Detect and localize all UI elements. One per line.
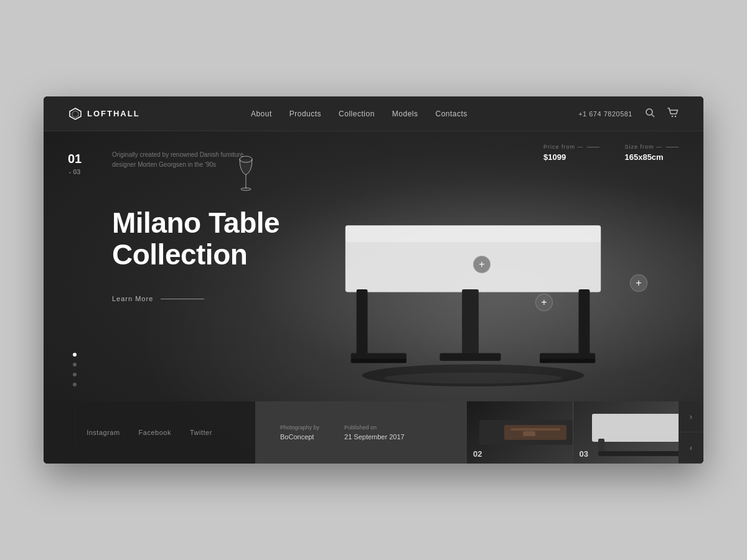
main-area: Price from — $1099 Size from — 165x85cm … (44, 131, 703, 464)
social-facebook[interactable]: Facebook (139, 429, 171, 436)
published-label: Published on (344, 424, 405, 431)
wine-glass-decoration (237, 150, 255, 196)
svg-rect-13 (351, 358, 406, 363)
svg-point-4 (672, 116, 673, 117)
size-value: 165x85cm (624, 152, 679, 162)
svg-rect-14 (579, 289, 590, 356)
nav-contacts[interactable]: Contacts (436, 110, 467, 118)
learn-more-line (161, 299, 204, 299)
learn-more-text: Learn More (112, 295, 153, 302)
dot-1[interactable] (73, 353, 77, 357)
nav-about[interactable]: About (251, 110, 272, 118)
size-label: Size from — (624, 144, 679, 150)
hotspot-right[interactable]: + (630, 274, 647, 292)
svg-rect-25 (592, 414, 679, 442)
photo-credit: Photography by BoConcept Published on 21… (255, 401, 467, 464)
svg-rect-18 (439, 353, 500, 361)
brand-name: LOFTHALL (87, 109, 140, 118)
nav-products[interactable]: Products (289, 110, 321, 118)
hotspot-bottom[interactable]: + (535, 294, 553, 311)
dot-4[interactable] (73, 383, 77, 386)
slide-counter: 01 - 03 (68, 150, 82, 177)
dot-navigation (73, 353, 77, 386)
hotspot-top[interactable]: + (473, 256, 491, 273)
svg-rect-28 (598, 451, 679, 456)
photography-label: Photography by (280, 424, 319, 431)
logo-area[interactable]: LOFTHALL (68, 107, 140, 121)
header-right: +1 674 7820581 (578, 108, 679, 119)
bottom-bar: Instagram Facebook Twitter Photography b… (44, 401, 703, 464)
social-instagram[interactable]: Instagram (87, 429, 120, 436)
published-value: 21 September 2017 (344, 433, 405, 441)
thumb-number-02: 02 (473, 449, 482, 459)
thumbnail-03[interactable]: 03 (573, 401, 679, 464)
slide-current: 01 (68, 150, 82, 167)
svg-rect-16 (540, 358, 595, 363)
svg-line-3 (652, 114, 654, 117)
svg-rect-10 (345, 225, 601, 242)
title-line-2: Collection (112, 238, 247, 271)
dot-2[interactable] (73, 363, 77, 366)
svg-rect-24 (523, 431, 535, 436)
hero-subtitle: Originally created by renowned Danish fu… (112, 150, 249, 170)
thumbnail-02[interactable]: 02 (467, 401, 573, 464)
product-image-area: + + + (280, 181, 666, 392)
hero-title: Milano Table Collection (112, 207, 305, 270)
cart-icon[interactable] (667, 108, 679, 119)
thumbnail-container: 02 03 (467, 401, 679, 464)
svg-point-20 (384, 373, 561, 384)
main-nav: About Products Collection Models Contact… (251, 110, 467, 118)
arrow-next[interactable]: › (679, 401, 703, 432)
published-info: Published on 21 September 2017 (344, 424, 405, 441)
product-info: Price from — $1099 Size from — 165x85cm (543, 144, 679, 162)
svg-rect-23 (510, 428, 560, 431)
phone-number: +1 674 7820581 (578, 110, 632, 118)
dot-3[interactable] (73, 373, 77, 376)
size-block: Size from — 165x85cm (624, 144, 679, 162)
table-svg (280, 181, 666, 392)
svg-point-2 (646, 109, 652, 115)
browser-window: LOFTHALL About Products Collection Model… (44, 96, 703, 464)
header: LOFTHALL About Products Collection Model… (44, 96, 703, 131)
nav-models[interactable]: Models (392, 110, 418, 118)
price-block: Price from — $1099 (543, 144, 600, 162)
nav-arrows: › ‹ (679, 401, 703, 464)
arrow-prev[interactable]: ‹ (679, 432, 703, 464)
title-line-1: Milano Table (112, 207, 280, 239)
svg-marker-1 (72, 111, 78, 118)
svg-rect-11 (357, 289, 368, 356)
price-label: Price from — (543, 144, 600, 150)
search-icon[interactable] (645, 108, 655, 119)
svg-point-5 (675, 116, 676, 117)
social-links: Instagram Facebook Twitter (44, 401, 255, 464)
social-twitter[interactable]: Twitter (190, 429, 212, 436)
logo-icon (68, 107, 82, 121)
thumb-number-03: 03 (580, 449, 588, 459)
photography-value: BoConcept (280, 433, 319, 441)
svg-rect-17 (462, 289, 479, 356)
price-value: $1099 (543, 152, 600, 162)
photography-credit: Photography by BoConcept (280, 424, 319, 441)
nav-collection[interactable]: Collection (339, 110, 375, 118)
learn-more-link[interactable]: Learn More (112, 295, 305, 302)
slide-total: - 03 (68, 167, 82, 177)
